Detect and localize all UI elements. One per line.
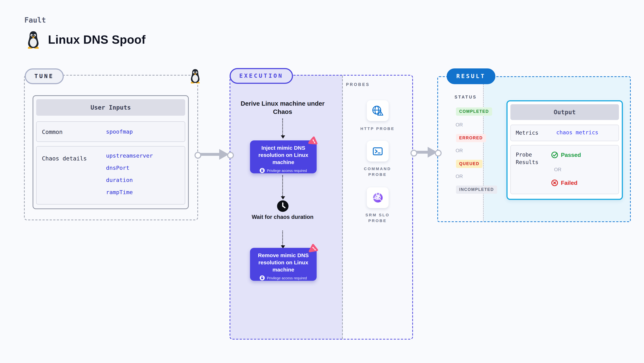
globe-alert-icon	[372, 104, 384, 117]
passed-check-icon	[551, 152, 558, 158]
flow-dotted-line	[282, 118, 283, 136]
inject-dns-text: Inject mimic DNS resolution on Linux mac…	[254, 144, 313, 166]
input-row-chaos-details: Chaos details upstreamserver dnsPort dur…	[36, 146, 185, 204]
status-badge-incompleted: INCOMPLETED	[456, 186, 497, 194]
status-badge-queued: QUEUED	[456, 160, 483, 168]
slo-pie-icon	[372, 192, 384, 204]
or-label: OR	[554, 167, 562, 172]
srm-slo-probe-card[interactable]	[367, 187, 388, 208]
http-probe-label: HTTP PROBE	[352, 126, 402, 132]
input-value[interactable]: upstreamserver	[106, 150, 153, 162]
or-label: OR	[456, 174, 463, 179]
failed-x-icon	[551, 180, 558, 186]
linux-tux-icon	[26, 31, 41, 49]
chaos-pink-icon	[308, 136, 318, 146]
remove-dns-node[interactable]: Remove mimic DNS resolution on Linux mac…	[250, 248, 317, 281]
srm-slo-probe-label: SRM SLO PROBE	[358, 212, 397, 224]
remove-dns-text: Remove mimic DNS resolution on Linux mac…	[254, 252, 313, 273]
input-value[interactable]: duration	[106, 174, 153, 186]
connector-dot	[227, 152, 234, 159]
or-label: OR	[456, 122, 463, 128]
fault-diagram: Fault Linux DNS Spoof TUNE User Inputs C…	[0, 0, 644, 363]
http-probe-card[interactable]	[367, 100, 388, 121]
probes-divider	[342, 76, 343, 339]
inject-dns-node[interactable]: Inject mimic DNS resolution on Linux mac…	[250, 140, 317, 173]
flow-dotted-line	[282, 175, 283, 197]
input-row-common: Common spoofmap	[36, 122, 185, 142]
command-probe-card[interactable]	[367, 141, 388, 162]
flow-arrow-head	[281, 136, 285, 138]
or-label: OR	[456, 148, 463, 153]
input-value[interactable]: rampTime	[106, 186, 153, 198]
result-divider	[483, 77, 484, 221]
status-badge-completed: COMPLETED	[456, 108, 492, 116]
flow-arrow-head	[281, 196, 285, 200]
input-value[interactable]: spoofmap	[106, 126, 133, 138]
input-row-label: Common	[42, 128, 63, 136]
tune-tux-icon	[189, 69, 201, 84]
connector-dot	[410, 150, 417, 156]
privilege-note: Privilege access required	[267, 276, 307, 280]
tune-section-pill: TUNE	[25, 68, 64, 84]
user-inputs-header: User Inputs	[36, 99, 185, 116]
connector-dot	[435, 150, 442, 156]
connector-dot	[194, 152, 201, 159]
derive-step-text: Derive Linux machine under Chaos	[240, 100, 326, 116]
metrics-label: Metrics	[516, 129, 538, 137]
lock-icon	[260, 276, 265, 280]
flow-dotted-line	[282, 231, 283, 246]
page-title: Linux DNS Spoof	[48, 33, 146, 46]
output-header: Output	[510, 104, 619, 120]
wait-clock-icon	[277, 200, 289, 212]
fault-category-label: Fault	[24, 16, 46, 24]
chaos-pink-icon	[308, 243, 318, 253]
metrics-value[interactable]: chaos metrics	[556, 129, 598, 136]
wait-step-text: Wait for chaos duration	[247, 213, 318, 221]
failed-label: Failed	[561, 180, 578, 186]
terminal-icon	[372, 145, 384, 157]
metrics-row: Metrics chaos metrics	[510, 125, 619, 141]
status-badge-errored: ERRORED	[456, 134, 486, 142]
probes-heading: PROBES	[346, 82, 370, 87]
status-heading: STATUS	[454, 95, 477, 99]
result-section-pill: RESULT	[447, 68, 495, 84]
title-row: Linux DNS Spoof	[26, 31, 146, 49]
lock-icon	[260, 168, 265, 173]
passed-label: Passed	[561, 152, 581, 158]
privilege-note: Privilege access required	[267, 168, 307, 172]
command-probe-label: COMMAND PROBE	[358, 166, 397, 177]
input-value[interactable]: dnsPort	[106, 162, 153, 174]
input-row-label: Chaos details	[42, 155, 87, 162]
execution-section-pill: EXECUTION	[230, 68, 293, 84]
probe-results-row: Probe Results Passed OR Failed	[510, 145, 619, 194]
probe-results-label: Probe Results	[516, 151, 548, 166]
